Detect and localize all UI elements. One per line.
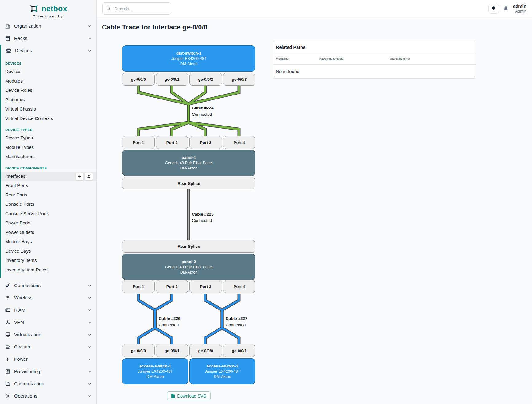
sidebar-item-customization[interactable]: Customization [0,378,96,390]
sidebar-item-operations[interactable]: Operations [0,390,96,402]
trace-node-panel-1[interactable]: panel-1 Generic 48-Pair Fiber Panel DM-A… [122,150,255,176]
sidebar-item-label: Organization [14,23,88,29]
trace-node-access-switch-2[interactable]: access-switch-2 Juniper EX4200-48T DM-Ak… [189,358,255,384]
trace-node-dist-switch-1[interactable]: dist-switch-1 Juniper EX4200-48T DM-Akro… [122,45,255,72]
sidebar-item-device-roles[interactable]: Device Roles [1,86,96,95]
trace-node-panel-2[interactable]: panel-2 Generic 48-Pair Fiber Panel DM-A… [122,254,255,280]
sidebar-item-label: Interfaces [5,173,25,179]
chevron-down-icon [88,284,91,287]
sidebar-item-device-bays[interactable]: Device Bays [1,247,96,256]
trace-port-ge-0-0-2[interactable]: ge-0/0/2 [189,73,222,86]
trace-port-panel2-2[interactable]: Port 2 [156,280,188,293]
sidebar-item-circuits[interactable]: Circuits [0,341,96,353]
sidebar-item-console-ports[interactable]: Console Ports [1,200,96,209]
trace-rear-splice-1[interactable]: Rear Splice [122,177,255,189]
column-header-origin: ORIGIN [276,57,319,61]
sidebar-item-organization[interactable]: Organization [0,20,96,32]
sidebar-item-rear-ports[interactable]: Rear Ports [1,190,96,200]
download-svg-button[interactable]: Download SVG [167,391,211,400]
cable-226-label[interactable]: Cable #226 Connected [159,315,181,328]
sidebar-item-label: Customization [14,381,88,387]
sidebar-item-virtual-chassis[interactable]: Virtual Chassis [1,104,96,114]
sidebar-item-label: Provisioning [14,369,88,374]
cable-name: Cable #227 [226,315,247,322]
app-root: netbox Community Organization Racks [0,0,532,404]
sidebar-item-power-ports[interactable]: Power Ports [1,218,96,228]
trace-port-as1-ge-0-0-1[interactable]: ge-0/0/1 [156,344,188,357]
trace-port-panel1-4[interactable]: Port 4 [223,136,256,149]
sidebar-item-label: Operations [14,393,88,399]
trace-port-as2-ge-0-0-0[interactable]: ge-0/0/0 [189,344,222,357]
search-input[interactable] [102,2,171,15]
add-interface-button[interactable] [76,173,84,180]
device-model: Juniper EX4200-48T [122,369,188,374]
theme-toggle-button[interactable] [488,4,499,14]
notifications-bell-icon[interactable] [503,6,509,11]
trace-port-panel2-4[interactable]: Port 4 [223,280,256,293]
trace-port-as2-ge-0-0-1[interactable]: ge-0/0/1 [223,344,256,357]
chevron-down-icon [88,345,91,349]
sidebar-item-power-outlets[interactable]: Power Outlets [1,228,96,237]
chevron-down-icon [88,357,91,361]
sidebar-item-manufacturers[interactable]: Manufacturers [1,152,96,161]
sidebar-item-virtual-device-contexts[interactable]: Virtual Device Contexts [1,114,96,123]
sidebar-item-wireless[interactable]: Wireless [0,292,96,304]
sidebar-item-label: Devices [15,48,88,53]
import-interface-button[interactable] [85,173,93,180]
trace-port-panel1-1[interactable]: Port 1 [122,136,155,149]
sidebar-item-devices-menu[interactable]: Devices [1,45,96,57]
netbox-logo-icon [29,4,39,14]
cable-status: Connected [226,322,247,328]
toolbox-icon [5,381,10,387]
trace-port-panel1-3[interactable]: Port 3 [189,136,222,149]
trace-port-ge-0-0-1[interactable]: ge-0/0/1 [156,73,188,86]
trace-port-panel1-2[interactable]: Port 2 [156,136,188,149]
sidebar-item-console-server-ports[interactable]: Console Server Ports [1,209,96,219]
sidebar-item-connections[interactable]: Connections [0,279,96,292]
plug-icon [5,283,10,288]
sidebar-item-inventory-items[interactable]: Inventory Items [1,256,96,265]
cable-225-label[interactable]: Cable #225 Connected [192,211,214,224]
trace-port-panel2-1[interactable]: Port 1 [122,280,155,293]
trace-port-as1-ge-0-0-0[interactable]: ge-0/0/0 [122,344,155,357]
sidebar-item-virtualization[interactable]: Virtualization [0,328,96,341]
sidebar-item-racks[interactable]: Racks [0,32,96,45]
trace-node-access-switch-1[interactable]: access-switch-1 Juniper EX4200-48T DM-Ak… [122,358,188,384]
sidebar-item-power[interactable]: Power [0,353,96,365]
sidebar-item-front-ports[interactable]: Front Ports [1,181,96,190]
column-header-destination: DESTINATION [319,57,390,61]
chevron-down-icon [88,296,91,300]
sidebar-item-provisioning[interactable]: Provisioning [0,365,96,378]
rack-icon [5,36,10,41]
sidebar-item-module-types[interactable]: Module Types [1,143,96,152]
trace-port-panel2-3[interactable]: Port 3 [189,280,222,293]
sidebar-item-inventory-item-roles[interactable]: Inventory Item Roles [1,265,96,275]
related-paths-header-row: ORIGIN DESTINATION SEGMENTS [273,54,476,65]
device-name: panel-2 [122,259,255,264]
sidebar-item-device-types[interactable]: Device Types [1,133,96,143]
device-site: DM-Akron [122,270,255,274]
device-site: DM-Akron [122,62,255,66]
ip-card-icon [5,307,10,313]
cable-224-drawing [122,86,255,136]
trace-port-ge-0-0-0[interactable]: ge-0/0/0 [122,73,155,86]
cable-224-label[interactable]: Cable #224 Connected [192,105,214,118]
brand-logo[interactable]: netbox Community [0,0,96,20]
sidebar-item-vpn[interactable]: VPN [0,316,96,328]
sidebar-item-devices[interactable]: Devices [1,67,96,76]
sidebar-item-interfaces[interactable]: Interfaces [1,172,96,181]
cable-name: Cable #226 [159,315,181,322]
trace-port-ge-0-0-3[interactable]: ge-0/0/3 [223,73,256,86]
cable-status: Connected [159,322,181,328]
chevron-down-icon [88,49,91,52]
user-menu[interactable]: admin Admin [513,3,526,14]
cable-227-label[interactable]: Cable #227 Connected [226,315,247,328]
trace-rear-splice-2[interactable]: Rear Splice [122,240,255,253]
sidebar-item-ipam[interactable]: IPAM [0,304,96,316]
sidebar-item-label: VPN [14,320,88,325]
sidebar-item-modules[interactable]: Modules [1,76,96,86]
sidebar-item-module-bays[interactable]: Module Bays [1,237,96,247]
device-site: DM-Akron [122,166,255,170]
sidebar: netbox Community Organization Racks [0,0,97,404]
sidebar-item-platforms[interactable]: Platforms [1,95,96,105]
